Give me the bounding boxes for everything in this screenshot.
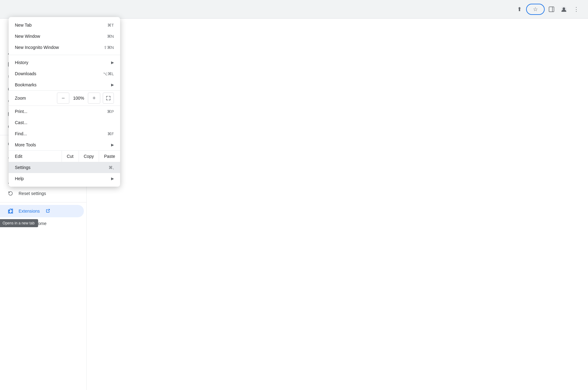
new-tab-shortcut: ⌘T <box>107 23 114 28</box>
settings-main-area <box>87 19 588 390</box>
reset-settings-label: Reset settings <box>19 191 46 196</box>
reset-icon <box>7 190 14 197</box>
sidebar-button[interactable] <box>546 4 557 15</box>
sidebar-divider-2 <box>0 202 86 202</box>
menu-item-print[interactable]: Print... ⌘P <box>9 106 120 117</box>
chrome-menu: New Tab ⌘T New Window ⌘N New Incognito W… <box>9 17 120 187</box>
menu-divider-1 <box>9 55 120 55</box>
downloads-shortcut: ⌥⌘L <box>103 72 114 76</box>
zoom-controls: − 100% + <box>57 93 100 104</box>
menu-item-bookmarks[interactable]: Bookmarks ▶ <box>9 79 120 90</box>
menu-item-more-tools[interactable]: More Tools ▶ <box>9 139 120 150</box>
menu-item-history[interactable]: History ▶ <box>9 57 120 68</box>
history-label: History <box>15 60 28 65</box>
new-window-shortcut: ⌘N <box>107 34 114 39</box>
toolbar-icons: ⬆ ☆ ⋮ <box>514 4 582 15</box>
help-arrow-icon: ▶ <box>111 176 114 181</box>
browser-toolbar: ⬆ ☆ ⋮ <box>0 0 588 19</box>
menu-item-settings[interactable]: Settings ⌘, <box>9 162 120 173</box>
paste-button[interactable]: Paste <box>99 151 120 162</box>
settings-menu-label: Settings <box>15 165 31 170</box>
new-incognito-label: New Incognito Window <box>15 45 59 50</box>
zoom-plus-button[interactable]: + <box>88 93 100 104</box>
menu-item-cast[interactable]: Cast... <box>9 117 120 128</box>
profile-button[interactable] <box>558 4 569 15</box>
copy-button[interactable]: Copy <box>79 151 99 162</box>
find-label: Find... <box>15 131 27 136</box>
new-window-label: New Window <box>15 34 40 39</box>
opens-in-new-tab-tooltip: Opens in a new tab <box>0 219 38 227</box>
menu-item-new-tab[interactable]: New Tab ⌘T <box>9 20 120 31</box>
zoom-label: Zoom <box>15 96 57 101</box>
menu-item-downloads[interactable]: Downloads ⌥⌘L <box>9 68 120 79</box>
bookmarks-arrow-icon: ▶ <box>111 83 114 87</box>
zoom-row: Zoom − 100% + <box>9 90 120 106</box>
new-tab-label: New Tab <box>15 23 32 28</box>
svg-rect-0 <box>549 7 554 12</box>
zoom-minus-button[interactable]: − <box>57 93 69 104</box>
menu-item-find[interactable]: Find... ⌘F <box>9 128 120 139</box>
share-button[interactable]: ⬆ <box>514 4 525 15</box>
external-link-icon <box>46 209 50 214</box>
bookmarks-label: Bookmarks <box>15 82 37 87</box>
find-shortcut: ⌘F <box>107 132 114 136</box>
extensions-label: Extensions <box>19 209 40 214</box>
puzzle-icon <box>7 208 14 214</box>
more-tools-arrow-icon: ▶ <box>111 143 114 147</box>
cut-button[interactable]: Cut <box>62 151 79 162</box>
menu-item-new-window[interactable]: New Window ⌘N <box>9 31 120 42</box>
menu-button[interactable]: ⋮ <box>571 4 582 15</box>
zoom-fullscreen-button[interactable] <box>103 93 114 104</box>
downloads-menu-label: Downloads <box>15 71 36 76</box>
edit-label: Edit <box>9 151 62 162</box>
sidebar-item-reset-settings[interactable]: Reset settings <box>0 187 84 200</box>
edit-row: Edit Cut Copy Paste <box>9 150 120 162</box>
bookmark-button[interactable]: ☆ <box>526 4 545 15</box>
menu-item-new-incognito[interactable]: New Incognito Window ⇧⌘N <box>9 42 120 53</box>
sidebar-item-extensions[interactable]: Extensions Opens in a new tab <box>0 205 84 217</box>
cast-label: Cast... <box>15 120 27 125</box>
menu-item-help[interactable]: Help ▶ <box>9 173 120 184</box>
zoom-value: 100% <box>69 96 88 101</box>
more-tools-label: More Tools <box>15 142 36 147</box>
print-shortcut: ⌘P <box>107 109 114 114</box>
settings-shortcut: ⌘, <box>109 165 114 170</box>
print-label: Print... <box>15 109 27 114</box>
history-arrow-icon: ▶ <box>111 60 114 65</box>
new-incognito-shortcut: ⇧⌘N <box>104 45 114 50</box>
help-label: Help <box>15 176 24 181</box>
svg-point-3 <box>563 7 565 10</box>
